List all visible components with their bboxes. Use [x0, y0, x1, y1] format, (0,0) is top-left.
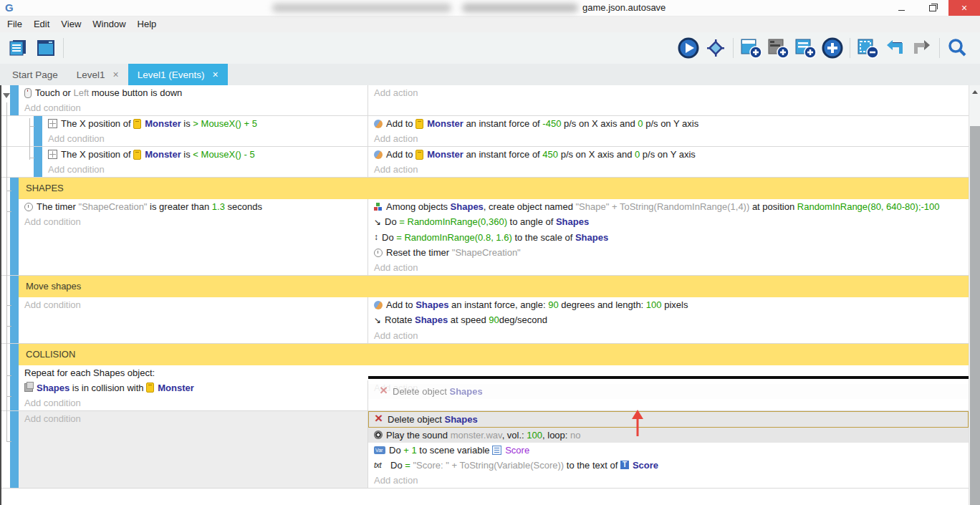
tab-level1[interactable]: Level1× — [67, 64, 128, 85]
actions-cell[interactable]: Add to Monster an instant force of 450 p… — [368, 147, 969, 177]
project-manager-icon[interactable] — [7, 37, 30, 59]
action-row[interactable]: Rotate Shapes at speed 90deg/second — [368, 312, 969, 328]
action-row[interactable]: Do = RandomInRange(0,360) to angle of Sh… — [368, 214, 969, 230]
dragged-action-row[interactable]: Delete object Shapes — [374, 384, 969, 399]
debug-icon[interactable] — [704, 37, 727, 59]
expand-arrow-icon[interactable] — [3, 93, 10, 98]
add-condition-placeholder[interactable]: Add condition — [19, 411, 368, 426]
event-block[interactable]: The timer "ShapeCreation" is greater tha… — [1, 199, 969, 276]
group-banner[interactable]: COLLISION — [1, 344, 969, 365]
event-block[interactable]: Add conditionAdd to Shapes an instant fo… — [1, 297, 969, 344]
menu-view[interactable]: View — [55, 16, 87, 32]
actions-cell[interactable]: Add action — [368, 85, 969, 115]
conditions-cell[interactable]: Touch or Left mouse button is downAdd co… — [19, 85, 368, 115]
add-condition-placeholder[interactable]: Add condition — [42, 162, 368, 177]
scroll-up-arrow-icon[interactable] — [972, 90, 978, 94]
add-action-placeholder[interactable]: Add action — [368, 162, 969, 177]
add-event-icon[interactable] — [739, 37, 762, 59]
actions-cell[interactable]: Add to Monster an instant force of -450 … — [368, 116, 969, 146]
action-row[interactable]: Delete object Shapes — [368, 411, 969, 428]
add-condition-placeholder[interactable]: Add condition — [19, 395, 368, 410]
tab-close-icon[interactable]: × — [213, 69, 218, 80]
condition-row[interactable]: The X position of Monster is < MouseX() … — [42, 147, 368, 162]
vertical-scrollbar[interactable] — [969, 85, 980, 505]
action-row[interactable]: Add to Monster an instant force of 450 p… — [368, 147, 969, 162]
event-select-bar[interactable] — [10, 365, 19, 410]
tab-level1-events-[interactable]: Level1 (Events)× — [128, 64, 228, 85]
add-condition-placeholder[interactable]: Add condition — [42, 131, 368, 146]
menu-window[interactable]: Window — [87, 16, 131, 32]
event-select-bar[interactable] — [10, 344, 19, 365]
add-sub-event-icon[interactable] — [767, 37, 789, 59]
menu-help[interactable]: Help — [132, 16, 163, 32]
text-segment: Do — [382, 232, 396, 243]
scene-editor-icon[interactable] — [34, 37, 57, 59]
action-row[interactable]: Add to Shapes an instant force, angle: 9… — [368, 297, 969, 312]
add-plus-icon[interactable] — [821, 37, 844, 59]
preview-play-icon[interactable] — [677, 37, 700, 59]
scrollbar-thumb[interactable] — [970, 126, 980, 505]
event-select-bar[interactable] — [10, 199, 19, 275]
event-select-bar[interactable] — [10, 85, 19, 115]
event-select-bar[interactable] — [34, 116, 42, 146]
text-segment: = — [405, 460, 413, 471]
condition-row[interactable]: The timer "ShapeCreation" is greater tha… — [19, 199, 368, 214]
event-select-bar[interactable] — [34, 147, 42, 177]
actions-cell[interactable]: Among objects Shapes, create object name… — [368, 199, 969, 275]
conditions-cell[interactable]: Shapes is in collision with MonsterAdd c… — [19, 380, 368, 410]
action-row[interactable]: Play the sound monster.wav, vol.: 100, l… — [368, 428, 969, 443]
add-comment-icon[interactable] — [794, 37, 817, 59]
search-icon[interactable] — [946, 37, 969, 59]
tab-start-page[interactable]: Start Page — [3, 64, 67, 85]
condition-row[interactable]: Shapes is in collision with Monster — [19, 380, 368, 395]
event-select-bar[interactable] — [10, 276, 19, 297]
menu-file[interactable]: File — [1, 16, 28, 32]
condition-row[interactable]: The X position of Monster is > MouseX() … — [42, 116, 368, 131]
action-row[interactable]: Do + 1 to scene variable Score — [368, 443, 969, 458]
actions-cell[interactable]: Delete object ShapesPlay the sound monst… — [368, 411, 969, 488]
redo-icon[interactable] — [911, 37, 933, 59]
event-block[interactable]: Add conditionDelete object ShapesPlay th… — [1, 411, 969, 489]
monster-icon — [415, 119, 423, 129]
event-block[interactable]: Touch or Left mouse button is downAdd co… — [1, 85, 969, 116]
action-row[interactable]: Do = "Score: " + ToString(Variable(Score… — [368, 458, 969, 473]
conditions-cell[interactable]: The X position of Monster is < MouseX() … — [42, 147, 368, 177]
add-condition-placeholder[interactable]: Add condition — [19, 100, 368, 115]
actions-cell[interactable]: Add to Shapes an instant force, angle: 9… — [368, 297, 969, 343]
window-controls: × — [885, 0, 980, 16]
minimize-button[interactable] — [885, 0, 917, 16]
action-row[interactable]: Add to Monster an instant force of -450 … — [368, 116, 969, 131]
undo-icon[interactable] — [883, 37, 906, 59]
conditions-cell[interactable]: Add condition — [19, 411, 368, 488]
conditions-cell[interactable]: Add condition — [19, 297, 368, 343]
action-row[interactable]: Among objects Shapes, create object name… — [368, 199, 969, 214]
actions-cell[interactable]: Add actionDelete object Shapes — [368, 380, 969, 410]
add-condition-placeholder[interactable]: Add condition — [19, 297, 368, 312]
conditions-cell[interactable]: The X position of Monster is > MouseX() … — [42, 116, 368, 146]
condition-row[interactable]: Touch or Left mouse button is down — [19, 85, 368, 100]
add-action-placeholder[interactable]: Add action — [368, 473, 969, 488]
tab-close-icon[interactable]: × — [113, 69, 119, 80]
action-row[interactable]: Reset the timer "ShapeCreation" — [368, 245, 969, 260]
action-row[interactable]: Do = RandomInRange(0.8, 1.6) to the scal… — [368, 230, 969, 246]
group-banner[interactable]: Move shapes — [1, 276, 969, 297]
text-segment: 1.3 — [212, 201, 225, 212]
event-select-bar[interactable] — [10, 411, 19, 488]
delete-event-icon[interactable] — [856, 37, 879, 59]
menu-edit[interactable]: Edit — [28, 16, 55, 32]
add-action-placeholder[interactable]: Add action — [368, 85, 969, 100]
add-condition-placeholder[interactable]: Add condition — [19, 214, 368, 229]
add-action-placeholder[interactable]: Add action — [368, 328, 969, 343]
conditions-cell[interactable]: The timer "ShapeCreation" is greater tha… — [19, 199, 368, 275]
event-select-bar[interactable] — [10, 297, 19, 343]
close-button[interactable]: × — [948, 0, 980, 16]
event-block[interactable]: The X position of Monster is < MouseX() … — [1, 147, 969, 178]
restore-button[interactable] — [917, 0, 948, 16]
add-action-placeholder[interactable]: Add action — [368, 260, 969, 275]
text-segment: p/s on Y axis — [640, 149, 696, 160]
event-block[interactable]: The X position of Monster is > MouseX() … — [1, 116, 969, 147]
event-select-bar[interactable] — [10, 178, 19, 199]
group-banner[interactable]: SHAPES — [1, 178, 969, 199]
event-block[interactable]: Repeat for each Shapes object:Shapes is … — [1, 365, 969, 411]
add-action-placeholder[interactable]: Add action — [368, 131, 969, 146]
